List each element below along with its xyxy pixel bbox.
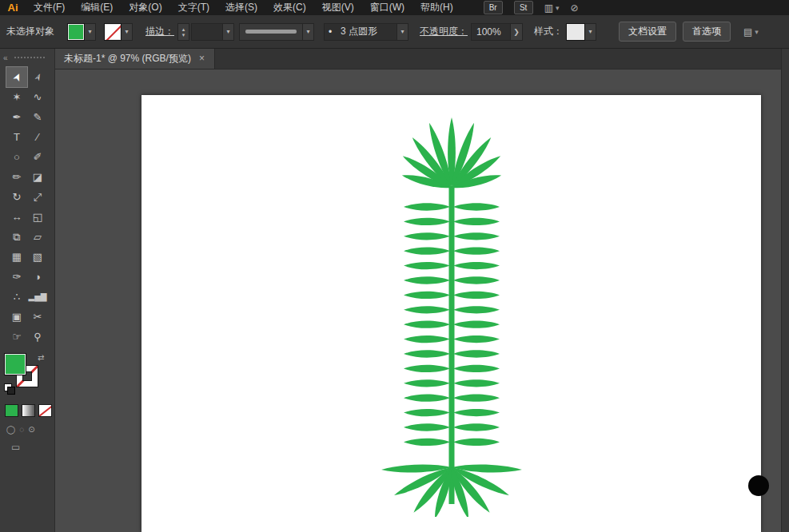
- lasso-tool[interactable]: ∿: [27, 87, 48, 107]
- eraser-tool[interactable]: ◪: [27, 167, 48, 187]
- paintbrush-tool[interactable]: ✐: [27, 147, 48, 167]
- stroke-dropdown-icon[interactable]: ▾: [122, 23, 133, 41]
- fill-color-control: ▾: [67, 23, 96, 41]
- fill-color-swatch[interactable]: [67, 23, 85, 41]
- style-control: ▾: [566, 23, 596, 41]
- menu-object[interactable]: 对象(O): [121, 0, 169, 15]
- none-button[interactable]: [38, 404, 52, 417]
- stock-button[interactable]: St: [514, 1, 533, 14]
- style-dropdown-icon[interactable]: ▾: [585, 23, 596, 41]
- column-graph-tool[interactable]: ▂▅▇: [27, 287, 48, 307]
- type-tool[interactable]: T: [6, 127, 27, 147]
- zoom-tool[interactable]: ⚲: [27, 327, 48, 347]
- gradient-button[interactable]: [22, 404, 35, 417]
- touch-toggle-icon[interactable]: ⊘: [571, 2, 579, 14]
- control-panel-menu-icon[interactable]: ▤ ▾: [743, 26, 759, 38]
- black-circle-overlay: [748, 475, 769, 496]
- slice-tool[interactable]: ✂: [27, 307, 48, 327]
- workspace-icon: ▥: [544, 2, 553, 14]
- combo-arrow-icon[interactable]: ▾: [302, 24, 313, 40]
- menu-bar: Ai 文件(F) 编辑(E) 对象(O) 文字(T) 选择(S) 效果(C) 视…: [0, 0, 789, 15]
- curvature-tool[interactable]: ✎: [27, 107, 48, 127]
- magic-wand-tool[interactable]: ✶: [6, 87, 27, 107]
- screen-mode-icon: ▭: [11, 442, 20, 453]
- combo-arrow-icon[interactable]: ▾: [222, 24, 233, 40]
- style-swatch[interactable]: [566, 23, 585, 41]
- canvas-pasteboard[interactable]: [54, 69, 782, 532]
- panel-menu-icon: ▤: [743, 26, 752, 38]
- stroke-none-swatch[interactable]: [104, 23, 122, 41]
- menu-edit[interactable]: 编辑(E): [73, 0, 121, 15]
- opacity-combo[interactable]: 100%: [471, 23, 511, 41]
- brush-definition-value: 3 点圆形: [336, 25, 396, 38]
- document-tab-bar: 未标题-1* @ 97% (RGB/预览) ×: [54, 48, 782, 69]
- fill-stroke-indicator: ⇄: [4, 353, 49, 395]
- perspective-grid-tool[interactable]: ▱: [27, 227, 48, 247]
- mesh-tool[interactable]: ▦: [6, 247, 27, 267]
- pen-tool[interactable]: ✒: [6, 107, 27, 127]
- brush-definition-combo[interactable]: • 3 点圆形 ▾: [324, 23, 408, 41]
- style-label: 样式：: [534, 25, 563, 38]
- line-segment-tool[interactable]: ∕: [27, 127, 48, 147]
- stepper-down-icon[interactable]: ▾: [182, 32, 185, 38]
- vertical-scrollbar[interactable]: [781, 48, 789, 532]
- rotate-tool[interactable]: ↻: [6, 187, 27, 207]
- preferences-button[interactable]: 首选项: [683, 22, 731, 42]
- drawing-mode-buttons: ◯ ◌ ⊙: [6, 425, 54, 434]
- width-tool[interactable]: ↔: [6, 207, 27, 227]
- menu-view[interactable]: 视图(V): [314, 0, 362, 15]
- menu-window[interactable]: 窗口(W): [362, 0, 412, 15]
- menu-select[interactable]: 选择(S): [217, 0, 265, 15]
- scale-tool[interactable]: ⤢: [27, 187, 48, 207]
- symbol-sprayer-tool[interactable]: ∴: [6, 287, 27, 307]
- stepper-up-icon[interactable]: ▴: [182, 26, 185, 32]
- selection-tool[interactable]: ➤: [6, 67, 27, 87]
- opacity-options-icon[interactable]: ❯: [511, 23, 523, 41]
- brush-preview-dot: •: [325, 26, 336, 38]
- hand-tool[interactable]: ☞: [6, 327, 27, 347]
- combo-arrow-icon[interactable]: ▾: [396, 24, 408, 40]
- chevron-down-icon: ▾: [556, 4, 560, 12]
- color-button[interactable]: [5, 404, 18, 417]
- workspace-switcher-icon[interactable]: ▥ ▾: [544, 2, 560, 14]
- pencil-tool[interactable]: ✏: [6, 167, 27, 187]
- menu-help[interactable]: 帮助(H): [412, 0, 461, 15]
- shape-builder-tool[interactable]: ⧉: [6, 227, 27, 247]
- fill-dropdown-icon[interactable]: ▾: [85, 23, 96, 41]
- document-tab[interactable]: 未标题-1* @ 97% (RGB/预览) ×: [54, 48, 215, 69]
- illustrator-logo: Ai: [0, 2, 26, 14]
- width-profile-combo[interactable]: ▾: [239, 23, 314, 41]
- bridge-button[interactable]: Br: [484, 1, 503, 14]
- opacity-label[interactable]: 不透明度：: [420, 25, 468, 38]
- draw-inside-icon[interactable]: ⊙: [28, 425, 34, 434]
- uniform-profile-preview: [245, 30, 297, 34]
- swap-fill-stroke-icon[interactable]: ⇄: [38, 353, 44, 362]
- direct-selection-tool[interactable]: ➢: [27, 67, 48, 87]
- close-tab-icon[interactable]: ×: [199, 53, 205, 64]
- fill-swatch[interactable]: [4, 353, 26, 375]
- gradient-tool[interactable]: ▧: [27, 247, 48, 267]
- plant-artwork[interactable]: [292, 117, 612, 517]
- control-bar: 未选择对象 ▾ ▾ 描边： ▴ ▾ ▾ ▾ • 3 点圆形 ▾ 不透明度： 10…: [0, 15, 789, 49]
- draw-behind-icon[interactable]: ◌: [19, 425, 24, 434]
- opacity-value: 100%: [472, 26, 510, 38]
- menu-effect[interactable]: 效果(C): [265, 0, 314, 15]
- default-fill-stroke-icon[interactable]: [4, 383, 14, 394]
- blend-tool[interactable]: ◑: [27, 267, 48, 287]
- menu-file[interactable]: 文件(F): [26, 0, 73, 15]
- screen-mode-button[interactable]: ▭: [11, 442, 54, 453]
- artboard-tool[interactable]: ▣: [6, 307, 27, 327]
- ellipse-tool[interactable]: ○: [6, 147, 27, 167]
- collapse-panel-icon[interactable]: «: [3, 54, 8, 62]
- menu-type[interactable]: 文字(T): [170, 0, 217, 15]
- stroke-weight-label[interactable]: 描边：: [145, 25, 174, 38]
- stroke-weight-combo[interactable]: ▾: [191, 23, 234, 41]
- eyedropper-tool[interactable]: ✑: [6, 267, 27, 287]
- artboard[interactable]: [141, 95, 761, 532]
- draw-normal-icon[interactable]: ◯: [6, 425, 15, 434]
- document-setup-button[interactable]: 文档设置: [619, 22, 676, 42]
- panel-grip[interactable]: [14, 57, 45, 58]
- free-transform-tool[interactable]: ◱: [27, 207, 48, 227]
- tools-grid: ➤ ➢ ✶ ∿ ✒ ✎ T ∕ ○ ✐ ✏ ◪ ↻ ⤢ ↔ ◱ ⧉ ▱ ▦ ▧ …: [0, 67, 54, 347]
- stroke-weight-stepper[interactable]: ▴ ▾: [177, 23, 189, 41]
